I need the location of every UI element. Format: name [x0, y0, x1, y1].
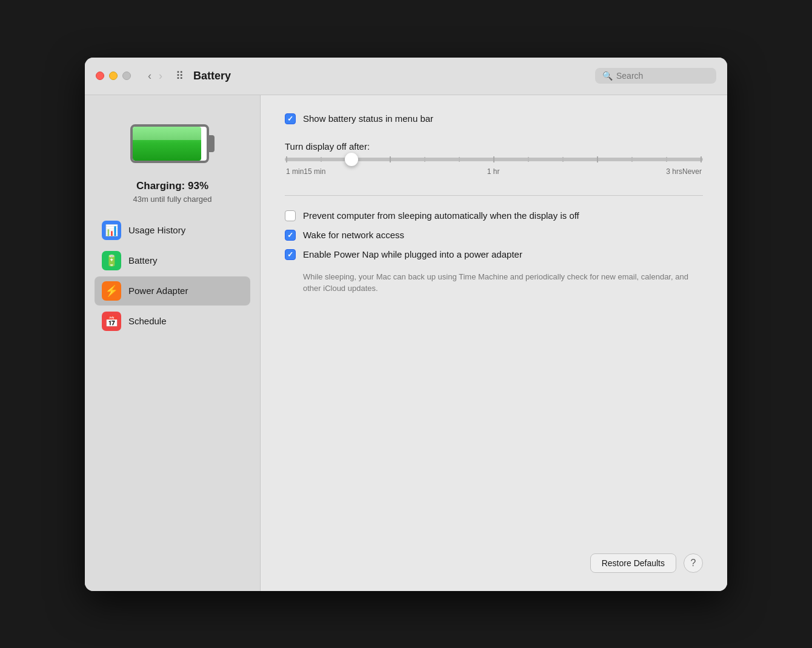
sidebar-item-schedule[interactable]: 📅 Schedule — [95, 307, 250, 336]
show-battery-status-row: Show battery status in menu bar — [285, 113, 703, 124]
grid-icon[interactable]: ⠿ — [176, 69, 184, 82]
tick-3hrs: 3 hrs — [666, 167, 682, 176]
close-button[interactable] — [96, 72, 104, 80]
bottom-bar: Restore Defaults ? — [285, 535, 703, 573]
window-title: Battery — [193, 70, 588, 82]
power-nap-row: Enable Power Nap while plugged into a po… — [285, 249, 703, 260]
slider-ticks: 1 min 15 min 1 hr 3 hrs Never — [285, 167, 703, 176]
right-panel: Show battery status in menu bar Turn dis… — [261, 95, 727, 591]
usage-history-icon: 📊 — [102, 221, 121, 240]
tick-15min: 15 min — [304, 167, 325, 176]
battery-body — [130, 124, 209, 163]
sidebar-item-usage-history[interactable]: 📊 Usage History — [95, 216, 250, 245]
sidebar-nav: 📊 Usage History 🔋 Battery ⚡ Power Adapte… — [85, 216, 260, 336]
power-nap-label: Enable Power Nap while plugged into a po… — [303, 249, 522, 259]
battery-charging-status: Charging: 93% — [136, 180, 208, 192]
nav-buttons: ‹ › — [145, 69, 165, 82]
traffic-lights — [96, 72, 131, 80]
show-battery-status-label: Show battery status in menu bar — [303, 113, 433, 124]
battery-sheen — [133, 127, 201, 140]
sidebar: Charging: 93% 43m until fully charged 📊 … — [85, 95, 261, 591]
power-adapter-label: Power Adapter — [128, 286, 188, 296]
slider-track[interactable] — [285, 158, 703, 161]
main-content: Charging: 93% 43m until fully charged 📊 … — [85, 95, 727, 591]
sidebar-item-power-adapter[interactable]: ⚡ Power Adapter — [95, 276, 250, 306]
power-nap-description: While sleeping, your Mac can back up usi… — [303, 271, 703, 295]
sidebar-item-battery[interactable]: 🔋 Battery — [95, 246, 250, 275]
battery-fill — [133, 127, 201, 161]
back-button[interactable]: ‹ — [145, 69, 154, 82]
display-off-slider-section: Turn display off after: — [285, 141, 703, 176]
battery-icon — [127, 119, 218, 168]
wake-network-checkbox[interactable] — [285, 230, 296, 241]
power-nap-checkbox[interactable] — [285, 249, 296, 260]
tick-never: Never — [682, 167, 702, 176]
tick-1hr: 1 hr — [487, 167, 500, 176]
prevent-sleep-label: Prevent computer from sleeping automatic… — [303, 210, 579, 221]
show-battery-status-checkbox[interactable] — [285, 113, 296, 124]
slider-thumb[interactable] — [345, 153, 358, 166]
turn-display-off-label: Turn display off after: — [285, 141, 703, 152]
battery-icon-nav: 🔋 — [102, 251, 121, 270]
usage-history-label: Usage History — [128, 225, 185, 235]
schedule-label: Schedule — [128, 316, 167, 326]
forward-button[interactable]: › — [156, 69, 165, 82]
restore-defaults-button[interactable]: Restore Defaults — [590, 553, 676, 573]
titlebar: ‹ › ⠿ Battery 🔍 — [85, 58, 727, 95]
battery-time-remaining: 43m until fully charged — [133, 195, 211, 204]
battery-label: Battery — [128, 255, 158, 266]
wake-network-label: Wake for network access — [303, 230, 404, 240]
search-input[interactable] — [616, 71, 709, 81]
minimize-button[interactable] — [109, 72, 118, 80]
prevent-sleep-checkbox[interactable] — [285, 210, 296, 221]
schedule-icon: 📅 — [102, 312, 121, 331]
search-icon: 🔍 — [602, 71, 613, 81]
wake-network-row: Wake for network access — [285, 230, 703, 241]
maximize-button[interactable] — [122, 72, 131, 80]
search-bar[interactable]: 🔍 — [595, 68, 716, 84]
divider — [285, 195, 703, 196]
help-button[interactable]: ? — [684, 553, 703, 573]
system-preferences-window: ‹ › ⠿ Battery 🔍 Charging: 93% 43m until … — [85, 58, 727, 591]
battery-terminal — [208, 135, 215, 152]
prevent-sleep-row: Prevent computer from sleeping automatic… — [285, 210, 703, 221]
power-adapter-icon: ⚡ — [102, 281, 121, 301]
tick-1min: 1 min — [286, 167, 304, 176]
